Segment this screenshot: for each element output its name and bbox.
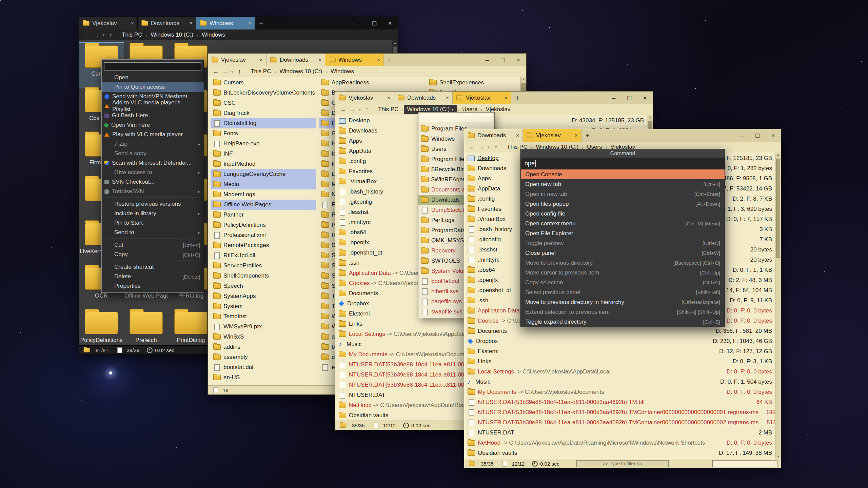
scrollbar-thumb[interactable] xyxy=(776,159,780,258)
file-row-addins[interactable]: addins xyxy=(211,342,316,352)
menu-item-delete[interactable]: Delete[Delete] xyxy=(102,272,204,281)
menu-item-add-to-vlc-media-player-s-playlist[interactable]: Add to VLC media player's Playlist xyxy=(102,101,204,111)
palette-item-open-config-file[interactable]: Open config file xyxy=(521,209,725,219)
crumb-this-pc[interactable]: This PC xyxy=(119,30,145,39)
new-tab-button[interactable]: + xyxy=(384,54,396,66)
file-row-ntuser-dat[interactable]: NTUSER.DAT2 MB xyxy=(464,428,775,438)
tab-vjekoslav-0[interactable]: Vjekoslav× xyxy=(79,17,138,29)
tab-downloads-1[interactable]: Downloads× xyxy=(267,54,325,66)
history-dropdown-icon[interactable]: ▾ xyxy=(230,69,235,74)
tab-close-icon[interactable]: × xyxy=(377,57,380,63)
file-row-modemlogs[interactable]: ModemLogs xyxy=(211,189,316,200)
file-row-ntuser-dat-53b39e88-18c4-11ea-a811-000d3aa4692b-tm-blf[interactable]: NTUSER.DAT{53b39e88-18c4-11ea-a811-000d3… xyxy=(464,397,775,407)
file-row-documents[interactable]: DocumentsD: 356, F: 581, 20 MB xyxy=(464,326,775,336)
file-row-ntuser-dat-53b39e88-18c4-11ea-a811-000d3aa4692b-tmcontainer00000000000000000002-regtrans-ms[interactable]: NTUSER.DAT{53b39e88-18c4-11ea-a811-000d3… xyxy=(464,418,775,428)
scroll-up-arrow-icon[interactable]: ▲ xyxy=(392,40,398,45)
up-button[interactable]: ↑ xyxy=(235,68,244,75)
scroll-up-arrow-icon[interactable]: ▲ xyxy=(521,77,526,82)
file-row-policydefinitions[interactable]: PolicyDefinitions xyxy=(211,220,316,230)
menu-item-create-shortcut[interactable]: Create shortcut xyxy=(102,262,204,272)
maximize-button[interactable]: □ xyxy=(367,17,382,29)
tab-close-icon[interactable]: × xyxy=(248,20,251,26)
file-row-bootstat-dat[interactable]: bootstat.dat xyxy=(211,362,316,372)
crumb-this-pc[interactable]: This PC xyxy=(248,67,274,76)
back-button[interactable]: ← xyxy=(211,68,220,75)
tab-downloads-1[interactable]: Downloads× xyxy=(138,17,196,29)
minimize-button[interactable]: – xyxy=(479,54,495,66)
menu-item-play-with-vlc-media-player[interactable]: Play with VLC media player xyxy=(102,130,204,139)
file-row-wmsyspr9-prx[interactable]: WMSysPr9.prx xyxy=(211,322,316,332)
file-row-dropbox[interactable]: DropboxD: 230, F: 1043, 46 GB xyxy=(464,336,775,346)
tab-close-icon[interactable]: × xyxy=(516,133,519,139)
file-row-music[interactable]: ♪MusicD: 0, F: 1, 504 bytes xyxy=(464,377,775,387)
menu-item-restore-previous-versions[interactable]: Restore previous versions xyxy=(102,199,204,209)
icon-grid-item-policydefinitions[interactable]: PolicyDefinitions xyxy=(79,309,124,346)
minimize-button[interactable]: – xyxy=(734,129,750,142)
file-row-my-documents[interactable]: My Documents -> C:\Users\Vjekoslav\Docum… xyxy=(464,387,775,397)
maximize-button[interactable]: □ xyxy=(750,129,765,142)
palette-item-close-panel[interactable]: Close panel[Ctrl+W] xyxy=(521,248,725,258)
close-button[interactable]: × xyxy=(511,54,526,66)
file-row-appreadiness[interactable]: AppReadiness xyxy=(319,78,425,88)
menu-item-scan-with-microsoft-defender[interactable]: Scan with Microsoft Defender... xyxy=(102,158,204,168)
crumb-this-pc[interactable]: This PC xyxy=(375,105,401,114)
palette-item-toggle-expand-directory[interactable]: Toggle expand directory[Ctrl+B] xyxy=(521,317,725,327)
scroll-up-arrow-icon[interactable]: ▲ xyxy=(775,152,781,158)
menu-item-pin-to-start[interactable]: Pin to Start xyxy=(102,218,204,228)
up-button[interactable]: ↑ xyxy=(362,106,372,113)
file-row-eksterni[interactable]: EksterniD: 12, F: 127, 12 GB xyxy=(464,346,775,357)
palette-item-open-context-menu[interactable]: Open context menu[Ctrl+M] [Menu] xyxy=(521,219,725,228)
palette-item-open-console[interactable]: Open Console xyxy=(521,169,725,179)
menu-item-cut[interactable]: Cut[Ctrl+X] xyxy=(102,240,204,250)
dropdown-filter-input[interactable] xyxy=(420,114,493,122)
forward-button[interactable]: → xyxy=(220,68,230,75)
palette-item-move-to-previous-directory-in-hierarchy[interactable]: Move to previous directory in hierarchy[… xyxy=(521,297,725,307)
tab-downloads-0[interactable]: Downloads× xyxy=(464,129,523,142)
file-row-professional-xml[interactable]: Professional.xml xyxy=(211,230,316,240)
file-row-languageoverlaycache[interactable]: LanguageOverlayCache xyxy=(211,169,316,179)
tab-close-icon[interactable]: × xyxy=(575,133,578,139)
palette-item-move-to-previous-directory[interactable]: Move to previous directory[Backspace] [C… xyxy=(521,258,725,268)
file-row-panther[interactable]: Panther xyxy=(211,210,316,220)
file-row-diagtrack[interactable]: DiagTrack xyxy=(211,108,316,118)
tab-close-icon[interactable]: × xyxy=(505,95,508,101)
up-button[interactable]: ↑ xyxy=(491,144,500,151)
file-row-shellcomponents[interactable]: ShellComponents xyxy=(211,271,316,281)
file-row-winsxs[interactable]: WinSxS xyxy=(211,332,316,342)
new-tab-button[interactable]: + xyxy=(511,92,524,104)
palette-item-extend-selection-to-previous-item[interactable]: Extend selection to previous item[Shift+… xyxy=(521,307,725,317)
file-row-local-settings[interactable]: Local Settings -> C:\Users\Vjekoslav\App… xyxy=(464,367,775,377)
file-row-serviceprofiles[interactable]: ServiceProfiles xyxy=(211,261,316,271)
menu-item-send-a-copy[interactable]: Send a copy... xyxy=(102,149,204,158)
menu-item-pin-to-quick-access[interactable]: Pin to Quick access xyxy=(102,82,204,92)
menu-item-send-to[interactable]: Send to▸ xyxy=(102,228,204,237)
maximize-button[interactable]: □ xyxy=(622,92,637,104)
palette-item-move-cursor-to-previous-item[interactable]: Move cursor to previous item[Ctrl+Up] xyxy=(521,268,725,278)
maximize-button[interactable]: □ xyxy=(495,54,511,66)
tab-close-icon[interactable]: × xyxy=(446,95,449,101)
forward-button[interactable]: → xyxy=(348,106,357,113)
palette-item-select-previous-panel[interactable]: Select previous panel[Shift+Tab] xyxy=(521,287,725,297)
crumb-windows[interactable]: Windows xyxy=(328,67,357,76)
file-row-bitlockerdiscoveryvolumecontents[interactable]: BitLockerDiscoveryVolumeContents xyxy=(211,88,316,98)
file-row-obsidian-vaults[interactable]: Obsidian vaultsD: 17, F: 149, 38 MB xyxy=(464,448,775,458)
file-row-links[interactable]: LinksD: 0, F: 3, 1 KB xyxy=(464,357,775,367)
command-palette-input[interactable]: ope xyxy=(521,158,725,169)
file-row-media[interactable]: Media xyxy=(211,179,316,189)
file-row-helppane-exe[interactable]: HelpPane.exe xyxy=(211,139,316,149)
menu-item-properties[interactable]: Properties xyxy=(102,281,204,291)
crumb-windows-10-c[interactable]: Windows 10 (C:) xyxy=(276,67,325,76)
tab-close-icon[interactable]: × xyxy=(387,95,390,101)
tab-close-icon[interactable]: × xyxy=(190,20,193,26)
scroll-down-arrow-icon[interactable]: ▼ xyxy=(775,454,781,459)
menu-item-copy[interactable]: Copy[Ctrl+C] xyxy=(102,250,204,259)
menu-item-open-vim-here[interactable]: Open Vim here xyxy=(102,120,204,130)
menu-item-tortoisesvn[interactable]: TortoiseSVN▸ xyxy=(102,187,204,196)
file-row-inf[interactable]: INF xyxy=(211,149,316,159)
menu-item-7-zip[interactable]: 7-Zip▸ xyxy=(102,139,204,149)
palette-item-open-new-tab[interactable]: Open new tab[Ctrl+T] xyxy=(521,179,725,189)
menu-rename-input[interactable] xyxy=(104,62,201,71)
file-row-fonts[interactable]: Fonts xyxy=(211,128,316,139)
up-button[interactable]: ↑ xyxy=(106,32,115,39)
file-row-inputmethod[interactable]: InputMethod xyxy=(211,159,316,169)
